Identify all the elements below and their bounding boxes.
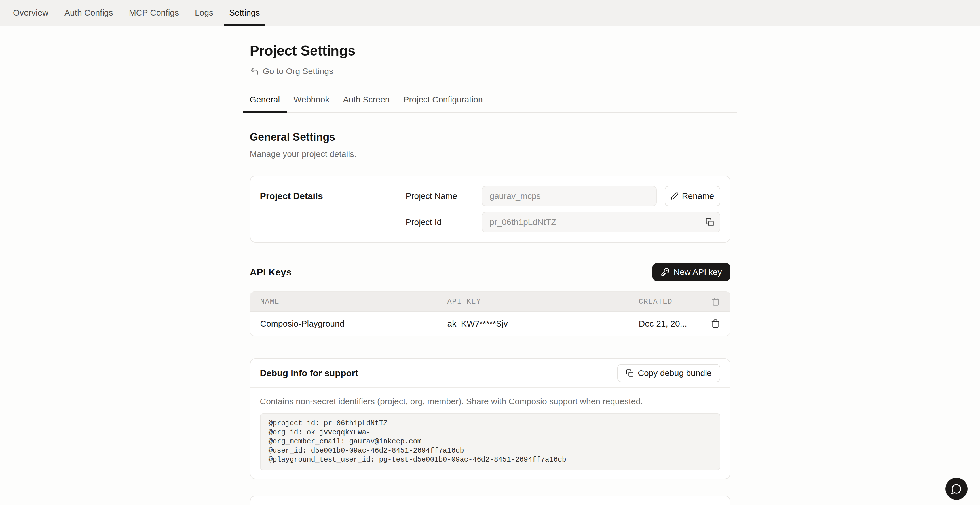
nav-item-overview[interactable]: Overview <box>13 0 48 25</box>
code-line: @project_id: pr_06th1pLdNtTZ <box>269 419 712 428</box>
project-name-label: Project Name <box>406 191 482 201</box>
project-name-row: Project Name Rename <box>406 186 720 206</box>
top-navigation: Overview Auth Configs MCP Configs Logs S… <box>0 0 980 26</box>
api-key-created-cell: Dec 21, 20... <box>639 319 704 328</box>
copy-project-id-button[interactable] <box>705 218 714 226</box>
copy-icon <box>705 218 714 226</box>
trash-icon <box>711 297 720 306</box>
corner-up-left-icon <box>250 67 259 76</box>
content-column: Project Settings Go to Org Settings Gene… <box>250 43 730 505</box>
code-line: @playground_test_user_id: pg-test-d5e001… <box>269 456 712 464</box>
column-header-name: NAME <box>260 298 447 306</box>
message-circle-icon <box>951 483 962 494</box>
tab-webhook[interactable]: Webhook <box>287 94 336 112</box>
api-keys-table: NAME API KEY CREATED Composio-Playground… <box>250 292 730 336</box>
column-header-actions <box>711 297 720 306</box>
api-key-value-cell: ak_KW7*****Sjv <box>447 319 639 328</box>
debug-card-header: Debug info for support Copy debug bundle <box>250 359 730 388</box>
key-icon <box>661 268 670 276</box>
debug-card-title: Debug info for support <box>260 368 358 379</box>
general-settings-subtitle: Manage your project details. <box>250 149 730 159</box>
rename-button-label: Rename <box>682 191 714 201</box>
tab-auth-screen[interactable]: Auth Screen <box>336 94 396 112</box>
next-section-card-partial <box>250 495 730 505</box>
code-line: @user_id: d5e001b0-09ac-46d2-8451-2694ff… <box>269 446 712 456</box>
api-keys-title: API Keys <box>250 267 291 278</box>
chat-support-button[interactable] <box>945 478 967 500</box>
project-id-field <box>482 212 720 233</box>
copy-icon <box>626 369 634 377</box>
trash-icon <box>711 319 720 328</box>
nav-item-logs[interactable]: Logs <box>195 0 213 25</box>
code-line: @org_id: ok_jVveqqkYFWa- <box>269 428 712 437</box>
debug-description: Contains non-secret identifiers (project… <box>260 396 720 406</box>
nav-item-settings[interactable]: Settings <box>229 0 260 25</box>
project-details-fields: Project Name Rename Project Id <box>406 186 720 233</box>
nav-item-auth-configs[interactable]: Auth Configs <box>64 0 113 25</box>
debug-info-card: Debug info for support Copy debug bundle… <box>250 358 730 479</box>
tab-project-configuration[interactable]: Project Configuration <box>397 94 490 112</box>
project-details-title: Project Details <box>260 186 406 233</box>
column-header-created: CREATED <box>639 298 704 306</box>
debug-card-body: Contains non-secret identifiers (project… <box>250 388 730 479</box>
column-header-api-key: API KEY <box>447 298 639 306</box>
delete-api-key-button[interactable] <box>711 319 720 328</box>
pencil-icon <box>671 192 679 200</box>
copy-debug-bundle-label: Copy debug bundle <box>638 368 711 378</box>
go-to-org-settings-link[interactable]: Go to Org Settings <box>250 66 333 76</box>
project-id-row: Project Id <box>406 212 720 233</box>
new-api-key-label: New API key <box>673 267 722 277</box>
project-name-input[interactable] <box>482 186 657 206</box>
settings-tabs: General Webhook Auth Screen Project Conf… <box>243 94 737 113</box>
code-line: @org_member_email: gaurav@inkeep.com <box>269 437 712 446</box>
nav-item-mcp-configs[interactable]: MCP Configs <box>129 0 179 25</box>
rename-button[interactable]: Rename <box>665 186 720 206</box>
page-title: Project Settings <box>250 43 730 59</box>
debug-code-block: @project_id: pr_06th1pLdNtTZ@org_id: ok_… <box>260 413 720 470</box>
copy-debug-bundle-button[interactable]: Copy debug bundle <box>617 364 720 382</box>
go-to-org-settings-label: Go to Org Settings <box>263 66 333 76</box>
general-settings-heading: General Settings <box>250 131 730 143</box>
api-keys-table-header: NAME API KEY CREATED <box>250 292 730 312</box>
tab-general[interactable]: General <box>243 94 287 112</box>
project-id-input[interactable] <box>482 212 720 233</box>
new-api-key-button[interactable]: New API key <box>652 263 730 281</box>
project-id-label: Project Id <box>406 217 482 227</box>
api-key-name-cell: Composio-Playground <box>260 319 447 328</box>
api-keys-header: API Keys New API key <box>250 263 730 281</box>
project-details-card: Project Details Project Name Rename Proj… <box>250 175 730 242</box>
table-row: Composio-Playground ak_KW7*****Sjv Dec 2… <box>250 312 730 336</box>
